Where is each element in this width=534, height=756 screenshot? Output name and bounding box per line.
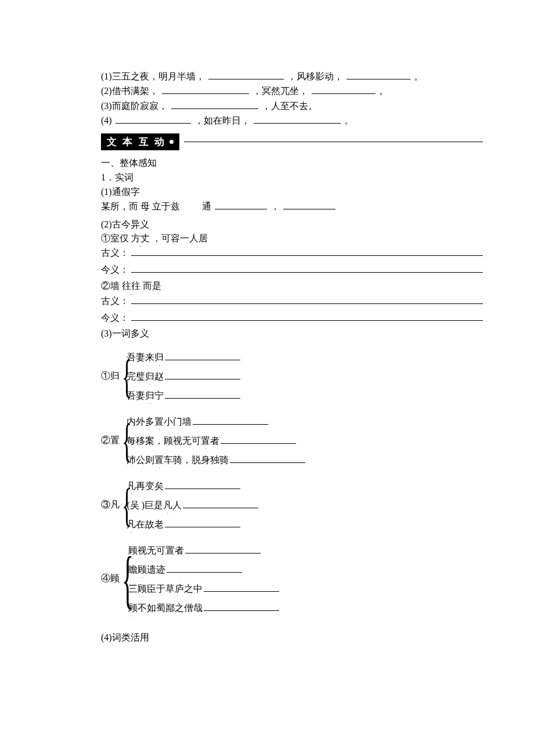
brace-items: 吾妻来 归 · 完璧 归 · 赵 吾妻 归 · xyxy=(127,350,241,402)
gujin-item-1: ①室仅 方丈 ·· ，可容一人居 xyxy=(101,232,483,245)
text: 而是 xyxy=(143,281,161,291)
text: 臣于草庐之中 xyxy=(147,583,203,595)
text: 顾 xyxy=(128,603,138,613)
text: 宁 xyxy=(154,390,164,402)
tongjia-line: 某所，而 母 · 立于兹 通 ， xyxy=(101,200,483,213)
guyi-line: 古义： xyxy=(101,246,483,259)
blank[interactable] xyxy=(185,544,261,554)
list-item: 三 顾 · 臣于草庐之中 xyxy=(128,582,280,595)
blank[interactable] xyxy=(204,582,279,592)
list-item: 每移案，顾视无可 置 · 者 xyxy=(127,434,306,447)
emphasis-dot-icon: · xyxy=(128,614,138,618)
text: ，如在昨日， xyxy=(194,115,250,125)
text: 归 xyxy=(145,390,154,400)
emphasis-dot-icon: · xyxy=(138,576,147,580)
fill-line-2: (2)借书满架， ，冥然兀坐， 。 xyxy=(101,84,483,97)
blank[interactable] xyxy=(254,114,341,124)
blank[interactable] xyxy=(165,518,240,527)
blank[interactable] xyxy=(165,389,240,399)
emphasized-char: 方丈 ·· xyxy=(131,232,150,245)
brace-icon: { xyxy=(122,556,134,602)
text: 。 xyxy=(344,115,353,125)
blank[interactable] xyxy=(165,350,240,360)
text: 归 xyxy=(145,371,154,381)
emphasized-char: 归 · xyxy=(154,352,164,364)
emphasized-char: 置 · xyxy=(154,416,164,428)
dot-icon xyxy=(169,140,174,144)
subheading-1: (1)通假字 xyxy=(101,186,483,198)
emphasis-dot-icon: · xyxy=(145,402,154,406)
blank[interactable] xyxy=(162,84,249,94)
emphasis-dot-icon: · xyxy=(163,512,172,515)
text: 在故老 xyxy=(136,519,164,531)
section-bar-label: 文 本 互 动 xyxy=(107,135,166,149)
blank[interactable] xyxy=(165,479,240,489)
blank[interactable] xyxy=(171,99,258,109)
blank[interactable] xyxy=(193,415,268,425)
emphasis-dot-icon: · xyxy=(138,595,147,599)
emphasized-char: 顾 · xyxy=(128,602,138,614)
blank[interactable] xyxy=(131,263,483,273)
text: 再变矣 xyxy=(136,480,164,493)
blank[interactable] xyxy=(204,601,279,611)
emphasized-char: 凡 · xyxy=(127,480,136,493)
blank[interactable] xyxy=(347,70,410,79)
text: 方丈 xyxy=(131,233,150,243)
text: 置 xyxy=(201,436,210,446)
list-item: 吾妻来 归 · xyxy=(127,350,241,364)
blank[interactable] xyxy=(131,246,483,256)
blank[interactable] xyxy=(165,370,240,379)
list-item: 内外多 置 · 小门墙 xyxy=(127,415,306,428)
label: 古义： xyxy=(101,247,129,259)
emphasized-char: 母 · xyxy=(140,200,150,213)
text: ， xyxy=(270,201,280,211)
subheading-4: (4)词类活用 xyxy=(101,632,483,644)
emphasized-char: 顾 · xyxy=(138,564,147,576)
brace-group-gu: ④顾 { 顾 · 视无可置者 瞻 顾 · 遗迹 三 xyxy=(101,544,483,614)
emphasized-char: 归 · xyxy=(145,390,154,402)
text: 车骑，脱身独骑 xyxy=(164,454,229,466)
section-bar: 文 本 互 动 xyxy=(101,133,179,150)
group-label: ①归 xyxy=(101,370,120,382)
list-item: 完璧 归 · 赵 xyxy=(127,370,241,383)
text: 置 xyxy=(154,455,164,465)
text: 。 xyxy=(414,71,423,81)
blank[interactable] xyxy=(116,114,191,124)
brace-items: 顾 · 视无可置者 瞻 顾 · 遗迹 三 顾 · xyxy=(128,544,280,614)
text: 通 xyxy=(202,201,211,211)
blank[interactable] xyxy=(215,200,267,209)
blank[interactable] xyxy=(312,84,376,94)
list-item: (吴 )巨是 凡 · 人 xyxy=(127,498,259,512)
emphasized-char: 顾 · xyxy=(138,583,147,595)
group-label: ④顾 xyxy=(101,573,120,585)
text: 往往 xyxy=(122,281,140,291)
emphasis-dot-icon: · xyxy=(140,213,150,216)
label: 今义： xyxy=(101,264,129,276)
group-label: ②置 xyxy=(101,435,120,447)
blank[interactable] xyxy=(283,200,335,209)
text: (4) xyxy=(101,115,112,125)
emphasized-char: 凡 · xyxy=(127,519,136,531)
text: 者 xyxy=(210,435,219,447)
emphasis-dot-icon: · xyxy=(127,531,136,534)
text: 凡 xyxy=(127,519,136,529)
text: 遗迹 xyxy=(147,564,165,576)
text: (吴 )巨是 xyxy=(127,500,163,512)
blank[interactable] xyxy=(131,311,483,321)
brace-icon: { xyxy=(122,359,132,393)
blank[interactable] xyxy=(208,70,284,79)
blank[interactable] xyxy=(167,563,242,573)
blank[interactable] xyxy=(230,453,305,463)
heading-level1: 一、整体感知 xyxy=(101,157,483,169)
fill-line-3: (3)而庭阶寂寂， ，人至不去。 xyxy=(101,99,483,113)
subheading-2: (2)古今异义 xyxy=(101,219,483,231)
blank[interactable] xyxy=(131,294,483,304)
jinyi-line: 今义： xyxy=(101,311,483,324)
text: 顾 xyxy=(138,565,147,574)
divider xyxy=(184,142,483,142)
blank[interactable] xyxy=(183,498,258,508)
list-item: 凡 · 再变矣 xyxy=(127,479,259,493)
fill-line-1: (1)三五之夜，明月半墙， ，风移影动， 。 xyxy=(101,70,483,83)
text: 顾 xyxy=(128,545,138,555)
blank[interactable] xyxy=(221,434,296,444)
